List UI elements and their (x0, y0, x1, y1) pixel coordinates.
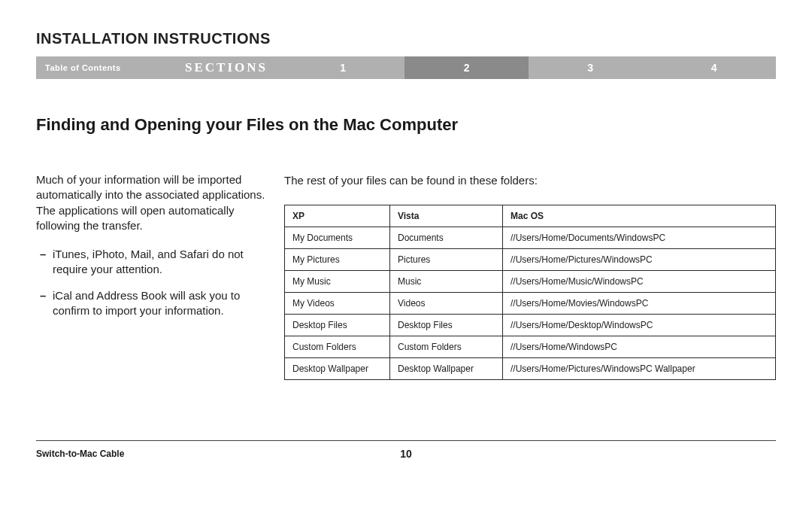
cell: //Users/Home/Pictures/WindowsPC (503, 249, 776, 271)
cell: Desktop Files (390, 315, 503, 336)
cell: //Users/Home/WindowsPC (503, 336, 776, 358)
cell: My Music (285, 271, 390, 293)
cell: Desktop Wallpaper (285, 358, 390, 380)
cell: Pictures (390, 249, 503, 271)
table-caption: The rest of your files can be found in t… (284, 172, 776, 188)
col-header-vista: Vista (390, 205, 503, 227)
section-tab-1[interactable]: 1 (281, 56, 405, 79)
cell: My Documents (285, 227, 390, 249)
cell: Desktop Files (285, 315, 390, 336)
table-row: My Music Music //Users/Home/Music/Window… (285, 271, 776, 293)
table-row: My Videos Videos //Users/Home/Movies/Win… (285, 293, 776, 315)
bullet-list: iTunes, iPhoto, Mail, and Safari do not … (36, 247, 269, 318)
table-row: Desktop Files Desktop Files //Users/Home… (285, 315, 776, 336)
cell: //Users/Home/Music/WindowsPC (503, 271, 776, 293)
right-column: The rest of your files can be found in t… (284, 172, 776, 380)
table-row: Custom Folders Custom Folders //Users/Ho… (285, 336, 776, 358)
footer-spacer (774, 449, 776, 459)
cell: //Users/Home/Pictures/WindowsPC Wallpape… (503, 358, 776, 380)
section-heading: Finding and Opening your Files on the Ma… (36, 115, 776, 135)
left-column: Much of your information will be importe… (36, 172, 284, 380)
col-header-macos: Mac OS (503, 205, 776, 227)
sections-label: SECTIONS (171, 56, 281, 79)
cell: //Users/Home/Movies/WindowsPC (503, 293, 776, 315)
page-footer: Switch-to-Mac Cable 10 (36, 449, 776, 459)
cell: Desktop Wallpaper (390, 358, 503, 380)
list-item: iTunes, iPhoto, Mail, and Safari do not … (36, 247, 269, 278)
cell: Documents (390, 227, 503, 249)
table-row: My Documents Documents //Users/Home/Docu… (285, 227, 776, 249)
document-page: INSTALLATION INSTRUCTIONS Table of Conte… (0, 0, 812, 479)
list-item: iCal and Address Book will ask you to co… (36, 288, 269, 319)
section-nav-bar: Table of Contents SECTIONS 1 2 3 4 (36, 56, 776, 79)
cell: Custom Folders (390, 336, 503, 358)
content-columns: Much of your information will be importe… (36, 172, 776, 380)
section-tabs: 1 2 3 4 (281, 56, 776, 79)
cell: My Videos (285, 293, 390, 315)
section-tab-2[interactable]: 2 (404, 56, 529, 79)
intro-paragraph: Much of your information will be importe… (36, 172, 269, 233)
cell: Videos (390, 293, 503, 315)
section-tab-4[interactable]: 4 (652, 56, 776, 79)
table-header-row: XP Vista Mac OS (285, 205, 776, 227)
col-header-xp: XP (285, 205, 390, 227)
page-title: INSTALLATION INSTRUCTIONS (36, 30, 776, 47)
product-name: Switch-to-Mac Cable (36, 449, 124, 459)
table-row: My Pictures Pictures //Users/Home/Pictur… (285, 249, 776, 271)
cell: //Users/Home/Desktop/WindowsPC (503, 315, 776, 336)
page-number: 10 (400, 448, 412, 460)
cell: //Users/Home/Documents/WindowsPC (503, 227, 776, 249)
cell: My Pictures (285, 249, 390, 271)
footer-divider (36, 440, 776, 441)
cell: Custom Folders (285, 336, 390, 358)
cell: Music (390, 271, 503, 293)
table-row: Desktop Wallpaper Desktop Wallpaper //Us… (285, 358, 776, 380)
section-tab-3[interactable]: 3 (529, 56, 653, 79)
folders-table: XP Vista Mac OS My Documents Documents /… (284, 205, 776, 380)
toc-link[interactable]: Table of Contents (36, 56, 171, 79)
